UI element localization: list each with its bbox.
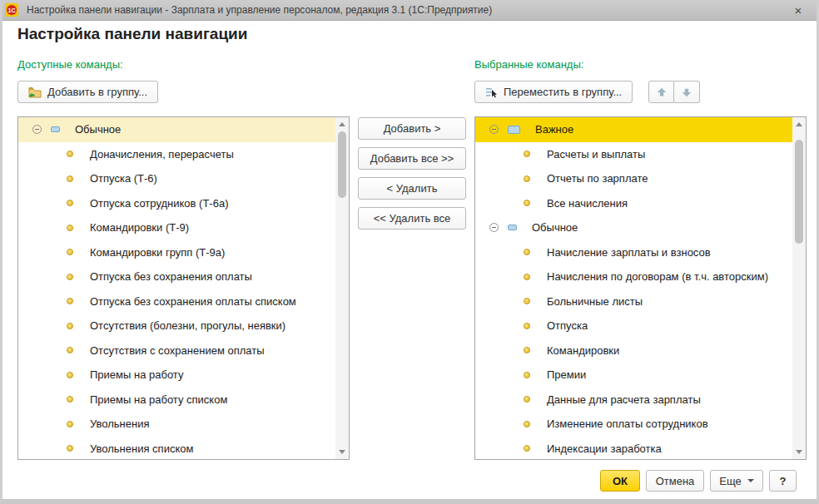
move-up-button[interactable] bbox=[648, 81, 674, 103]
tree-item-row[interactable]: Отчеты по зарплате bbox=[475, 166, 792, 191]
add-to-group-label: Добавить в группу... bbox=[47, 86, 147, 98]
tree-item-row[interactable]: Начисления по договорам (в т.ч. авторски… bbox=[475, 264, 792, 289]
tree-item-row[interactable]: Отпуска без сохранения оплаты списком bbox=[18, 289, 335, 314]
available-commands-list[interactable]: ОбычноеДоначисления, перерасчетыОтпуска … bbox=[17, 116, 350, 460]
tree-item-row[interactable]: Увольнения bbox=[18, 412, 335, 437]
tree-item-row[interactable]: Отпуска без сохранения оплаты bbox=[18, 264, 335, 289]
scroll-up-icon[interactable] bbox=[339, 122, 345, 126]
tree-item-row[interactable]: Отсутствия с сохранением оплаты bbox=[18, 338, 335, 363]
collapse-minus-icon[interactable] bbox=[489, 125, 499, 134]
tree-item-row[interactable]: Приемы на работу списком bbox=[18, 388, 335, 413]
row-label: Отсутствия (болезни, прогулы, неявки) bbox=[90, 319, 285, 332]
add-button[interactable]: Добавить > bbox=[358, 117, 466, 140]
command-bullet-icon bbox=[67, 175, 73, 182]
tree-item-row[interactable]: Индексации заработка bbox=[475, 437, 792, 461]
ok-button[interactable]: ОК bbox=[600, 470, 640, 492]
row-label: Изменение оплаты сотрудников bbox=[547, 418, 708, 430]
add-to-group-button[interactable]: Добавить в группу... bbox=[17, 81, 158, 103]
row-label: Отпуска сотрудников (Т-6а) bbox=[90, 197, 228, 210]
arrow-up-icon bbox=[656, 86, 668, 98]
command-bullet-icon bbox=[67, 249, 73, 255]
move-down-button[interactable] bbox=[674, 81, 700, 103]
group-icon bbox=[508, 225, 517, 230]
command-bullet-icon bbox=[524, 347, 530, 353]
row-label: Расчеты и выплаты bbox=[547, 148, 645, 161]
tree-item-row[interactable]: Отпуска bbox=[475, 314, 792, 338]
selected-commands-label: Выбранные команды: bbox=[474, 58, 583, 71]
scroll-down-icon[interactable] bbox=[796, 450, 802, 454]
scroll-down-icon[interactable] bbox=[339, 450, 345, 454]
command-bullet-icon bbox=[524, 298, 530, 304]
collapse-minus-icon[interactable] bbox=[32, 125, 42, 134]
row-label: Важное bbox=[535, 123, 573, 136]
tree-item-row[interactable]: Командировки (Т-9) bbox=[18, 215, 335, 240]
scroll-thumb[interactable] bbox=[795, 140, 803, 244]
row-label: Доначисления, перерасчеты bbox=[90, 148, 234, 161]
move-to-group-icon bbox=[485, 86, 498, 98]
row-label: Командировки (Т-9) bbox=[90, 221, 189, 234]
available-commands-tree: ОбычноеДоначисления, перерасчетыОтпуска … bbox=[18, 117, 335, 459]
row-label: Отсутствия с сохранением оплаты bbox=[90, 344, 265, 357]
page-title: Настройка панели навигации bbox=[17, 25, 247, 43]
tree-group-row[interactable]: Важное bbox=[475, 117, 792, 142]
command-bullet-icon bbox=[67, 421, 73, 427]
tree-item-row[interactable]: Изменение оплаты сотрудников bbox=[475, 412, 792, 437]
scroll-up-icon[interactable] bbox=[796, 122, 802, 126]
selected-commands-list[interactable]: ВажноеРасчеты и выплатыОтчеты по зарплат… bbox=[474, 116, 807, 460]
move-to-group-label: Переместить в группу... bbox=[504, 86, 622, 98]
command-bullet-icon bbox=[524, 372, 530, 378]
row-label: Отпуска без сохранения оплаты bbox=[90, 270, 252, 283]
close-icon[interactable]: × bbox=[787, 0, 809, 20]
remove-all-button[interactable]: << Удалить все bbox=[358, 207, 466, 230]
tree-item-row[interactable]: Данные для расчета зарплаты bbox=[475, 388, 792, 413]
tree-item-row[interactable]: Доначисления, перерасчеты bbox=[18, 142, 335, 167]
tree-item-row[interactable]: Больничные листы bbox=[475, 289, 792, 314]
tree-item-row[interactable]: Начисление зарплаты и взносов bbox=[475, 240, 792, 265]
tree-item-row[interactable]: Все начисления bbox=[475, 191, 792, 216]
selected-commands-tree: ВажноеРасчеты и выплатыОтчеты по зарплат… bbox=[475, 117, 792, 459]
row-label: Индексации заработка bbox=[547, 442, 662, 455]
tree-item-row[interactable]: Отсутствия (болезни, прогулы, неявки) bbox=[18, 314, 335, 338]
row-label: Командировки групп (Т-9а) bbox=[90, 246, 225, 259]
reorder-buttons bbox=[648, 81, 700, 103]
row-label: Командировки bbox=[547, 344, 619, 357]
command-bullet-icon bbox=[524, 175, 530, 182]
row-label: Обычное bbox=[532, 221, 578, 234]
command-bullet-icon bbox=[67, 298, 73, 304]
tree-item-row[interactable]: Отпуска (Т-6) bbox=[18, 166, 335, 191]
group-icon bbox=[51, 126, 60, 132]
help-button[interactable]: ? bbox=[769, 470, 797, 492]
add-all-button[interactable]: Добавить все >> bbox=[358, 147, 466, 170]
move-to-group-button[interactable]: Переместить в группу... bbox=[474, 81, 633, 103]
selected-scrollbar[interactable] bbox=[792, 117, 806, 459]
row-label: Отпуска bbox=[547, 319, 588, 332]
tree-item-row[interactable]: Премии bbox=[475, 363, 792, 388]
tree-item-row[interactable]: Отпуска сотрудников (Т-6а) bbox=[18, 191, 335, 216]
collapse-minus-icon[interactable] bbox=[489, 223, 499, 232]
group-icon bbox=[508, 126, 520, 134]
1c-logo-icon: 1С bbox=[5, 3, 18, 17]
cancel-button[interactable]: Отмена bbox=[646, 470, 704, 492]
tree-item-row[interactable]: Расчеты и выплаты bbox=[475, 142, 792, 167]
tree-item-row[interactable]: Командировки групп (Т-9а) bbox=[18, 240, 335, 265]
command-bullet-icon bbox=[67, 445, 73, 452]
remove-button[interactable]: < Удалить bbox=[358, 177, 466, 200]
tree-group-row[interactable]: Обычное bbox=[475, 215, 792, 240]
folder-add-icon bbox=[28, 86, 42, 98]
command-bullet-icon bbox=[67, 151, 73, 157]
row-label: Приемы на работу списком bbox=[90, 393, 227, 406]
scroll-thumb[interactable] bbox=[338, 131, 346, 198]
tree-item-row[interactable]: Командировки bbox=[475, 338, 792, 363]
command-bullet-icon bbox=[67, 347, 73, 353]
window-title: Настройка панели навигации - Зарплата и … bbox=[27, 4, 492, 16]
tree-group-row[interactable]: Обычное bbox=[18, 117, 335, 142]
row-label: Увольнения bbox=[90, 418, 149, 430]
tree-item-row[interactable]: Приемы на работу bbox=[18, 363, 335, 388]
tree-item-row[interactable]: Увольнения списком bbox=[18, 437, 335, 461]
command-bullet-icon bbox=[67, 274, 73, 280]
more-button[interactable]: Еще bbox=[710, 470, 763, 492]
available-scrollbar[interactable] bbox=[335, 117, 349, 459]
command-bullet-icon bbox=[67, 200, 73, 206]
command-bullet-icon bbox=[67, 396, 73, 403]
row-label: Приемы на работу bbox=[90, 368, 183, 381]
